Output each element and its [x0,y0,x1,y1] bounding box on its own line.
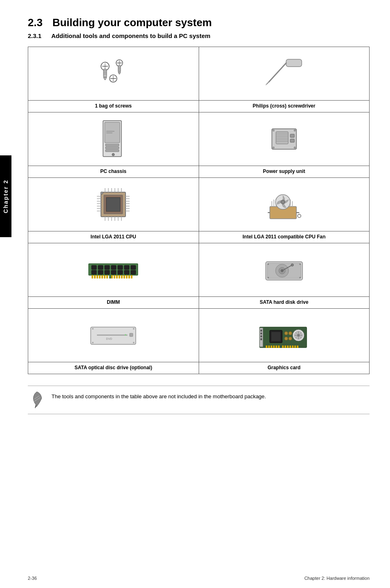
cpu-image [28,178,199,231]
screws-image [28,47,199,100]
svg-rect-105 [124,270,129,274]
subsection-title: Additional tools and components to build… [51,32,210,39]
psu-label: Power supply unit [199,166,370,177]
svg-point-44 [294,147,296,148]
svg-rect-93 [92,265,96,269]
cell-chassis: PC chassis [28,112,199,178]
components-table: 1 bag of screws [28,47,370,374]
screwdriver-image [199,47,370,100]
cpu-label: Intel LGA 2011 CPU [28,231,199,243]
svg-rect-123 [109,275,111,278]
table-row: DVD SATA optical disc drive (optional) [28,309,370,374]
svg-point-151 [289,337,292,340]
svg-point-43 [273,147,274,148]
svg-rect-96 [111,265,116,269]
svg-rect-117 [119,275,120,278]
dimm-icon [87,256,140,284]
svg-rect-111 [101,275,103,278]
svg-rect-174 [292,346,294,348]
svg-line-20 [269,63,286,82]
svg-rect-171 [285,346,286,348]
svg-rect-161 [260,332,262,334]
dimm-image [28,243,199,296]
svg-rect-94 [98,265,103,269]
svg-point-142 [133,328,134,330]
svg-rect-165 [268,346,270,348]
subsection-heading: 2.3.1 Additional tools and components to… [28,32,370,39]
pen-icon [29,391,44,409]
svg-rect-164 [266,346,267,348]
dimm-label: DIMM [28,296,199,308]
chapter-side-tab: Chapter 2 [0,155,11,237]
cpu-icon [93,184,134,225]
table-row: 1 bag of screws [28,47,370,112]
svg-point-28 [112,153,114,156]
svg-rect-95 [105,265,110,269]
svg-rect-147 [271,332,280,341]
svg-point-42 [294,130,296,131]
svg-rect-107 [92,275,93,278]
section-title: Building your computer system [52,16,212,29]
svg-rect-40 [290,139,294,142]
table-row: DIMM [28,243,370,309]
svg-point-41 [273,130,274,131]
svg-rect-109 [96,275,98,278]
svg-point-130 [291,264,294,266]
cell-optical: DVD SATA optical disc drive (optional) [28,309,199,374]
svg-rect-3 [103,69,107,77]
svg-rect-98 [124,265,129,269]
svg-rect-169 [278,346,280,348]
psu-image [199,112,370,166]
svg-rect-112 [104,275,105,278]
svg-rect-25 [105,144,119,146]
hdd-icon [262,254,307,286]
svg-rect-102 [105,270,110,274]
svg-rect-163 [260,338,262,340]
psu-icon [268,123,300,155]
section-heading: 2.3 Building your computer system [28,16,370,29]
svg-point-149 [289,332,292,335]
svg-rect-97 [118,265,123,269]
svg-point-48 [101,192,103,194]
svg-rect-175 [294,346,296,348]
svg-text:DVD: DVD [106,337,112,340]
cell-dimm: DIMM [28,243,199,309]
svg-point-148 [285,332,288,335]
cell-hdd: SATA hard disk drive [199,243,370,309]
svg-rect-121 [128,275,130,278]
screws-icon [93,57,134,90]
svg-rect-173 [289,346,291,348]
svg-rect-30 [106,132,112,133]
svg-rect-168 [276,346,277,348]
chapter-ref: Chapter 2: Hardware information [304,576,370,581]
svg-rect-27 [105,150,119,152]
chapter-tab-label: Chapter 2 [2,180,9,213]
svg-rect-108 [94,275,96,278]
svg-point-133 [267,277,269,278]
svg-rect-118 [121,275,123,278]
svg-rect-167 [273,346,275,348]
subsection-number: 2.3.1 [28,32,41,39]
hdd-label: SATA hard disk drive [199,296,370,308]
svg-rect-137 [97,334,128,336]
svg-point-132 [299,263,301,265]
cell-gpu: Graphics card [199,309,370,374]
cpufan-icon [262,184,307,225]
chassis-image [28,112,199,166]
svg-rect-172 [287,346,289,348]
svg-rect-177 [280,346,282,348]
svg-point-134 [299,277,301,278]
svg-point-158 [297,334,300,337]
svg-point-144 [133,342,134,343]
svg-rect-104 [118,270,123,274]
cell-screwdriver: Philips (cross) screwdriver [199,47,370,112]
svg-rect-32 [276,132,288,144]
gpu-icon [258,319,311,352]
hdd-image [199,243,370,296]
svg-rect-166 [271,346,272,348]
svg-marker-15 [118,72,121,74]
cell-cpu: Intel LGA 2011 CPU [28,178,199,243]
section-number: 2.3 [28,16,43,29]
svg-line-178 [35,405,36,408]
svg-rect-160 [260,330,262,332]
